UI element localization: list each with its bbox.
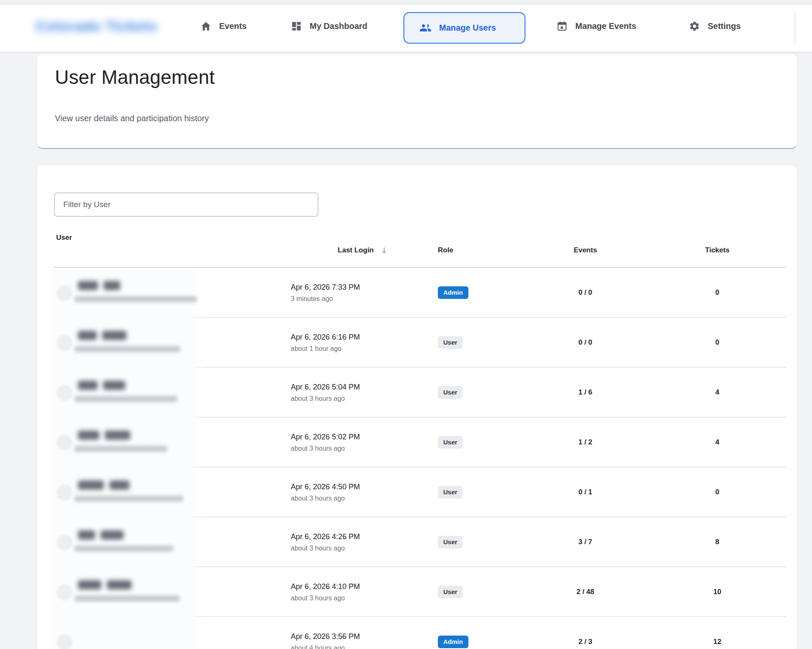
nav-label-my-dashboard: My Dashboard — [310, 21, 367, 31]
last-login-cell: Apr 6, 2026 7:33 PM3 minutes ago — [289, 283, 434, 303]
avatar — [57, 335, 72, 351]
tickets-cell: 8 — [648, 538, 786, 546]
role-cell: User — [434, 486, 522, 498]
last-login-cell: Apr 6, 2026 4:10 PMabout 3 hours ago — [289, 582, 434, 602]
nav-item-manage-users-active[interactable]: Manage Users — [403, 12, 525, 44]
role-badge: Admin — [438, 286, 468, 299]
user-cell-redacted — [54, 418, 289, 467]
nav-label-manage-users: Manage Users — [439, 23, 496, 33]
nav-item-events[interactable]: Events — [200, 0, 247, 52]
avatar — [57, 535, 72, 550]
tickets-cell: 0 — [648, 338, 786, 347]
events-cell: 2 / 3 — [522, 638, 648, 646]
user-cell-redacted — [54, 368, 289, 417]
avatar — [57, 385, 72, 401]
nav-item-my-dashboard[interactable]: My Dashboard — [291, 0, 367, 52]
nav-item-settings[interactable]: Settings — [689, 0, 741, 52]
filter-by-user-input[interactable] — [54, 192, 318, 217]
tickets-cell: 0 — [648, 488, 786, 496]
nav-label-events: Events — [219, 21, 247, 31]
users-icon — [419, 22, 432, 34]
column-header-tickets: Tickets — [648, 246, 786, 254]
calendar-icon — [556, 21, 568, 32]
user-cell-redacted — [54, 617, 289, 649]
user-cell-redacted — [54, 517, 289, 566]
table-row[interactable]: Apr 6, 2026 4:26 PMabout 3 hours ago Use… — [54, 517, 786, 567]
nav-divider — [794, 13, 795, 43]
table-row[interactable]: Apr 6, 2026 5:04 PMabout 3 hours ago Use… — [54, 368, 786, 418]
last-login-cell: Apr 6, 2026 6:16 PMabout 1 hour ago — [289, 332, 434, 353]
users-table: User Last Login ↓ Role Events Tickets Ap… — [54, 234, 786, 649]
column-header-role: Role — [434, 246, 522, 254]
events-cell: 0 / 0 — [522, 338, 648, 347]
nav-label-manage-events: Manage Events — [575, 21, 636, 31]
role-badge: User — [438, 586, 463, 598]
role-badge: User — [438, 386, 463, 399]
home-icon — [200, 21, 212, 32]
tickets-cell: 4 — [648, 388, 786, 397]
tickets-cell: 4 — [648, 438, 786, 447]
role-cell: User — [434, 436, 522, 449]
dashboard-icon — [291, 21, 302, 32]
tickets-cell: 10 — [648, 588, 786, 596]
table-row[interactable]: Apr 6, 2026 4:50 PMabout 3 hours ago Use… — [54, 467, 786, 517]
page-title: User Management — [55, 66, 215, 88]
page-subtitle: View user details and participation hist… — [55, 114, 209, 123]
events-cell: 0 / 1 — [522, 488, 648, 496]
column-header-last-login[interactable]: Last Login ↓ — [289, 246, 434, 255]
last-login-cell: Apr 6, 2026 4:50 PMabout 3 hours ago — [289, 482, 434, 502]
nav-item-manage-events[interactable]: Manage Events — [556, 0, 636, 52]
tickets-cell: 12 — [648, 638, 786, 646]
role-badge: Admin — [438, 636, 468, 648]
table-row[interactable]: Apr 6, 2026 3:56 PMabout 4 hours ago Adm… — [54, 617, 786, 649]
last-login-cell: Apr 6, 2026 5:02 PMabout 3 hours ago — [289, 432, 434, 452]
avatar — [57, 435, 72, 451]
table-row[interactable]: Apr 6, 2026 5:02 PMabout 3 hours ago Use… — [54, 418, 786, 467]
user-cell-redacted — [54, 567, 289, 616]
column-header-events: Events — [522, 246, 648, 254]
table-row[interactable]: Apr 6, 2026 7:33 PM3 minutes ago Admin 0… — [54, 268, 786, 318]
role-cell: Admin — [434, 636, 522, 648]
brand-logo[interactable]: Colorado Tickets — [36, 0, 158, 52]
sort-desc-arrow-icon: ↓ — [381, 246, 388, 255]
last-login-cell: Apr 6, 2026 4:26 PMabout 3 hours ago — [289, 532, 434, 552]
top-navigation-bar: Colorado Tickets Events My Dashboard Man… — [0, 0, 812, 52]
role-cell: User — [434, 536, 522, 548]
user-cell-redacted — [54, 268, 289, 317]
avatar — [57, 485, 72, 501]
role-badge: User — [438, 436, 463, 449]
brand-logo-text: Colorado Tickets — [36, 18, 158, 34]
role-badge: User — [438, 336, 463, 349]
avatar — [57, 584, 72, 600]
last-login-cell: Apr 6, 2026 3:56 PMabout 4 hours ago — [289, 632, 434, 649]
events-cell: 0 / 0 — [522, 288, 648, 297]
user-cell-redacted — [54, 467, 289, 517]
avatar — [57, 634, 72, 649]
column-header-user: User — [54, 234, 289, 267]
nav-label-settings: Settings — [708, 21, 741, 31]
user-table-card: User Last Login ↓ Role Events Tickets Ap… — [37, 165, 797, 649]
gear-icon — [689, 21, 700, 32]
role-cell: User — [434, 386, 522, 399]
role-cell: User — [434, 336, 522, 349]
tickets-cell: 0 — [648, 288, 786, 297]
events-cell: 2 / 48 — [522, 588, 648, 596]
last-login-cell: Apr 6, 2026 5:04 PMabout 3 hours ago — [289, 382, 434, 402]
events-cell: 3 / 7 — [522, 538, 648, 546]
role-badge: User — [438, 486, 463, 498]
avatar — [57, 285, 72, 301]
role-badge: User — [438, 536, 463, 548]
events-cell: 1 / 6 — [522, 388, 648, 397]
role-cell: User — [434, 586, 522, 598]
page-header-card: User Management View user details and pa… — [37, 54, 797, 149]
role-cell: Admin — [434, 286, 522, 299]
events-cell: 1 / 2 — [522, 438, 648, 447]
table-row[interactable]: Apr 6, 2026 4:10 PMabout 3 hours ago Use… — [54, 567, 786, 617]
table-header-row: User Last Login ↓ Role Events Tickets — [54, 234, 786, 268]
table-row[interactable]: Apr 6, 2026 6:16 PMabout 1 hour ago User… — [54, 318, 786, 368]
user-cell-redacted — [54, 318, 289, 367]
